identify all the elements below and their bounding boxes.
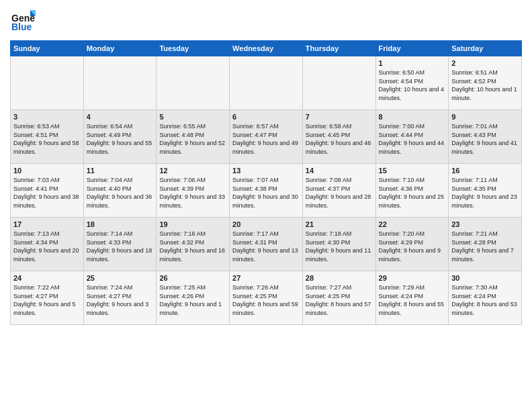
day-number: 30 [451, 274, 519, 282]
day-number: 24 [13, 274, 81, 282]
day-cell: 5Sunrise: 6:55 AM Sunset: 4:48 PM Daylig… [157, 110, 230, 164]
day-number: 28 [306, 274, 373, 282]
day-number: 19 [159, 220, 226, 228]
day-cell: 30Sunrise: 7:30 AM Sunset: 4:24 PM Dayli… [449, 271, 522, 325]
day-cell: 19Sunrise: 7:16 AM Sunset: 4:32 PM Dayli… [157, 218, 230, 271]
calendar-table: SundayMondayTuesdayWednesdayThursdayFrid… [10, 40, 522, 325]
day-cell: 21Sunrise: 7:18 AM Sunset: 4:30 PM Dayli… [302, 218, 375, 271]
day-cell: 7Sunrise: 6:58 AM Sunset: 4:45 PM Daylig… [302, 110, 375, 164]
day-cell: 4Sunrise: 6:54 AM Sunset: 4:49 PM Daylig… [83, 110, 157, 164]
day-cell: 14Sunrise: 7:08 AM Sunset: 4:37 PM Dayli… [302, 164, 375, 218]
day-cell: 3Sunrise: 6:53 AM Sunset: 4:51 PM Daylig… [11, 110, 84, 164]
day-cell [83, 56, 157, 110]
day-number: 4 [87, 113, 154, 121]
day-number: 3 [13, 113, 81, 121]
col-header-monday: Monday [83, 41, 157, 56]
day-info: Sunrise: 7:18 AM Sunset: 4:30 PM Dayligh… [306, 230, 373, 263]
day-info: Sunrise: 7:16 AM Sunset: 4:32 PM Dayligh… [159, 230, 226, 263]
day-number: 12 [159, 167, 226, 175]
header: General Blue [10, 7, 522, 35]
day-info: Sunrise: 6:51 AM Sunset: 4:52 PM Dayligh… [451, 68, 519, 102]
day-number: 8 [379, 113, 446, 121]
day-number: 17 [13, 220, 81, 228]
day-number: 1 [379, 59, 446, 67]
day-number: 11 [87, 167, 154, 175]
header-row: SundayMondayTuesdayWednesdayThursdayFrid… [11, 41, 522, 56]
day-number: 9 [451, 113, 519, 121]
day-cell: 11Sunrise: 7:04 AM Sunset: 4:40 PM Dayli… [83, 164, 157, 218]
day-info: Sunrise: 7:01 AM Sunset: 4:43 PM Dayligh… [451, 122, 519, 156]
day-cell [302, 56, 375, 110]
day-info: Sunrise: 6:54 AM Sunset: 4:49 PM Dayligh… [87, 122, 154, 156]
day-number: 13 [232, 167, 300, 175]
week-row-1: 1Sunrise: 6:50 AM Sunset: 4:54 PM Daylig… [11, 56, 522, 110]
day-cell: 9Sunrise: 7:01 AM Sunset: 4:43 PM Daylig… [449, 110, 522, 164]
day-info: Sunrise: 6:53 AM Sunset: 4:51 PM Dayligh… [13, 122, 81, 156]
week-row-5: 24Sunrise: 7:22 AM Sunset: 4:27 PM Dayli… [11, 271, 522, 325]
day-info: Sunrise: 7:17 AM Sunset: 4:31 PM Dayligh… [232, 230, 300, 263]
day-number: 5 [159, 113, 226, 121]
day-info: Sunrise: 6:58 AM Sunset: 4:45 PM Dayligh… [306, 122, 373, 156]
day-info: Sunrise: 7:30 AM Sunset: 4:24 PM Dayligh… [451, 283, 519, 317]
day-number: 15 [379, 167, 446, 175]
day-cell: 26Sunrise: 7:25 AM Sunset: 4:26 PM Dayli… [157, 271, 230, 325]
day-info: Sunrise: 6:57 AM Sunset: 4:47 PM Dayligh… [232, 122, 300, 156]
week-row-4: 17Sunrise: 7:13 AM Sunset: 4:34 PM Dayli… [11, 218, 522, 271]
day-cell: 24Sunrise: 7:22 AM Sunset: 4:27 PM Dayli… [11, 271, 84, 325]
day-info: Sunrise: 7:24 AM Sunset: 4:27 PM Dayligh… [87, 283, 154, 317]
day-info: Sunrise: 7:25 AM Sunset: 4:26 PM Dayligh… [159, 283, 226, 317]
day-cell: 12Sunrise: 7:06 AM Sunset: 4:39 PM Dayli… [157, 164, 230, 218]
day-cell: 6Sunrise: 6:57 AM Sunset: 4:47 PM Daylig… [230, 110, 303, 164]
day-number: 29 [379, 274, 446, 282]
day-info: Sunrise: 6:50 AM Sunset: 4:54 PM Dayligh… [379, 68, 446, 102]
day-cell [157, 56, 230, 110]
day-cell: 17Sunrise: 7:13 AM Sunset: 4:34 PM Dayli… [11, 218, 84, 271]
day-number: 2 [451, 59, 519, 67]
day-info: Sunrise: 7:11 AM Sunset: 4:35 PM Dayligh… [451, 176, 519, 210]
day-cell: 13Sunrise: 7:07 AM Sunset: 4:38 PM Dayli… [230, 164, 303, 218]
day-info: Sunrise: 6:55 AM Sunset: 4:48 PM Dayligh… [159, 122, 226, 156]
col-header-friday: Friday [375, 41, 449, 56]
day-cell: 16Sunrise: 7:11 AM Sunset: 4:35 PM Dayli… [449, 164, 522, 218]
day-info: Sunrise: 7:29 AM Sunset: 4:24 PM Dayligh… [379, 283, 446, 317]
day-cell: 23Sunrise: 7:21 AM Sunset: 4:28 PM Dayli… [449, 218, 522, 271]
day-cell: 22Sunrise: 7:20 AM Sunset: 4:29 PM Dayli… [375, 218, 449, 271]
day-number: 18 [87, 220, 154, 228]
day-number: 21 [306, 220, 373, 228]
day-cell: 1Sunrise: 6:50 AM Sunset: 4:54 PM Daylig… [375, 56, 449, 110]
day-number: 26 [159, 274, 226, 282]
day-number: 22 [379, 220, 446, 228]
col-header-thursday: Thursday [302, 41, 375, 56]
col-header-wednesday: Wednesday [230, 41, 303, 56]
day-info: Sunrise: 7:26 AM Sunset: 4:25 PM Dayligh… [232, 283, 300, 317]
day-cell [11, 56, 84, 110]
week-row-3: 10Sunrise: 7:03 AM Sunset: 4:41 PM Dayli… [11, 164, 522, 218]
day-cell [230, 56, 303, 110]
day-info: Sunrise: 7:21 AM Sunset: 4:28 PM Dayligh… [451, 230, 519, 263]
day-cell: 20Sunrise: 7:17 AM Sunset: 4:31 PM Dayli… [230, 218, 303, 271]
day-cell: 29Sunrise: 7:29 AM Sunset: 4:24 PM Dayli… [375, 271, 449, 325]
day-cell: 18Sunrise: 7:14 AM Sunset: 4:33 PM Dayli… [83, 218, 157, 271]
col-header-sunday: Sunday [11, 41, 84, 56]
day-info: Sunrise: 7:13 AM Sunset: 4:34 PM Dayligh… [13, 230, 81, 263]
col-header-tuesday: Tuesday [157, 41, 230, 56]
day-number: 23 [451, 220, 519, 228]
logo: General Blue [10, 7, 36, 35]
day-info: Sunrise: 7:00 AM Sunset: 4:44 PM Dayligh… [379, 122, 446, 156]
svg-text:Blue: Blue [11, 21, 32, 32]
day-info: Sunrise: 7:07 AM Sunset: 4:38 PM Dayligh… [232, 176, 300, 210]
day-number: 20 [232, 220, 300, 228]
logo-icon: General Blue [10, 7, 36, 35]
day-cell: 28Sunrise: 7:27 AM Sunset: 4:25 PM Dayli… [302, 271, 375, 325]
day-number: 6 [232, 113, 300, 121]
day-number: 16 [451, 167, 519, 175]
day-number: 27 [232, 274, 300, 282]
day-cell: 10Sunrise: 7:03 AM Sunset: 4:41 PM Dayli… [11, 164, 84, 218]
day-info: Sunrise: 7:08 AM Sunset: 4:37 PM Dayligh… [306, 176, 373, 210]
day-number: 7 [306, 113, 373, 121]
day-number: 10 [13, 167, 81, 175]
day-cell: 8Sunrise: 7:00 AM Sunset: 4:44 PM Daylig… [375, 110, 449, 164]
day-info: Sunrise: 7:06 AM Sunset: 4:39 PM Dayligh… [159, 176, 226, 210]
day-info: Sunrise: 7:22 AM Sunset: 4:27 PM Dayligh… [13, 283, 81, 317]
page: General Blue SundayMondayTuesdayWednesda… [0, 0, 532, 411]
